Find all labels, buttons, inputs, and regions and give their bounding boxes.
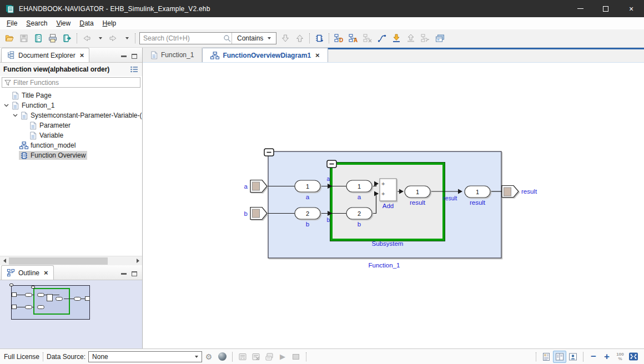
document-icon — [28, 121, 37, 130]
minimize-button[interactable] — [567, 0, 593, 17]
search-input[interactable] — [140, 34, 223, 42]
filter-input[interactable] — [13, 79, 138, 87]
zoom-out-button[interactable]: − — [587, 351, 600, 363]
horizontal-scrollbar[interactable] — [0, 256, 142, 265]
port-oval-result-inner[interactable]: 1 — [405, 186, 430, 198]
data-globe-button[interactable] — [215, 351, 229, 363]
menu-help[interactable]: Help — [98, 18, 121, 29]
search-mode-dropdown[interactable]: Contains — [232, 34, 276, 42]
handbook-button[interactable] — [31, 32, 46, 45]
close-diagram-button[interactable] — [360, 32, 375, 45]
find-previous-button[interactable] — [293, 32, 307, 45]
export-button[interactable] — [404, 32, 418, 45]
forward-button[interactable] — [106, 32, 120, 45]
import-button[interactable] — [389, 32, 404, 45]
outline-view[interactable] — [0, 280, 142, 348]
stop-button[interactable] — [289, 351, 303, 363]
calibration-view-button[interactable] — [236, 351, 249, 363]
menu-view[interactable]: View — [52, 18, 75, 29]
port-oval-a-outer[interactable]: 1 — [295, 180, 320, 192]
tree-item-parameter[interactable]: Parameter — [0, 120, 142, 130]
chevron-down-icon — [125, 37, 129, 39]
outport-result-block[interactable] — [502, 186, 519, 198]
svg-text:2: 2 — [358, 210, 361, 217]
data-source-select[interactable]: None — [88, 351, 202, 362]
collapse-subsystem-button[interactable] — [327, 160, 336, 168]
open-button[interactable] — [2, 32, 17, 45]
zoom-reset-button[interactable]: 100 % — [613, 351, 627, 363]
maximize-icon — [603, 6, 608, 12]
signal-path-button[interactable] — [375, 32, 389, 45]
single-page-view-button[interactable] — [540, 351, 553, 363]
zoom-in-button[interactable]: + — [600, 351, 613, 363]
tab-function-overview-diagram[interactable]: FunctionOverviewDiagram1 × — [202, 48, 328, 62]
port-oval-result-outer[interactable]: 1 — [465, 186, 490, 198]
back-history-dropdown[interactable] — [94, 32, 106, 45]
export-handbook-button[interactable] — [60, 32, 74, 45]
split-view-button[interactable] — [553, 351, 566, 363]
scrollbar-thumb[interactable] — [9, 257, 108, 265]
minimize-panel-icon[interactable] — [121, 55, 127, 57]
measurement-view-button[interactable] — [263, 351, 276, 363]
tab-label: Document Explorer — [18, 52, 76, 59]
view-menu-icon[interactable] — [130, 65, 139, 73]
menu-data[interactable]: Data — [75, 18, 98, 29]
function-overview-button[interactable] — [312, 32, 326, 45]
menubar: File Search View Data Help — [0, 17, 644, 29]
inport-a-block[interactable] — [250, 180, 267, 193]
scroll-right-arrow[interactable] — [133, 259, 142, 263]
play-button[interactable]: ▶ — [276, 351, 289, 363]
tree-item-function-overview[interactable]: Function Overview — [0, 150, 142, 160]
print-button[interactable] — [46, 32, 60, 45]
diagram-canvas[interactable]: a b 1 a 2 — [143, 63, 644, 348]
menu-search[interactable]: Search — [22, 18, 52, 29]
chevron-expanded-icon[interactable] — [11, 114, 19, 117]
find-next-button[interactable] — [278, 32, 293, 45]
close-button[interactable]: × — [618, 0, 644, 17]
model-navigation-button[interactable] — [418, 32, 432, 45]
save-button[interactable] — [17, 32, 31, 45]
chevron-expanded-icon[interactable] — [2, 104, 10, 107]
maximize-panel-icon[interactable] — [132, 271, 137, 276]
close-icon[interactable]: × — [80, 52, 84, 59]
new-window-button[interactable] — [432, 32, 447, 45]
inport-b-block[interactable] — [250, 208, 267, 220]
menu-file[interactable]: File — [2, 18, 22, 29]
thumbnail-subsystem-box — [33, 288, 70, 315]
tab-document-explorer[interactable]: Document Explorer × — [1, 48, 89, 62]
fit-to-screen-button[interactable] — [627, 351, 640, 363]
port-oval-b-outer[interactable]: 2 — [295, 208, 320, 219]
tree-item-systemconstant[interactable]: Systemconstant-Parameter-Variable-( — [0, 110, 142, 120]
maximize-panel-icon[interactable] — [132, 54, 137, 59]
presentation-view-button[interactable] — [566, 351, 580, 363]
separator — [232, 352, 233, 362]
close-icon[interactable]: × — [315, 52, 320, 59]
toolbar-separator — [329, 33, 329, 43]
plus-sign: + — [381, 190, 385, 197]
tree-item-variable[interactable]: Variable — [0, 130, 142, 140]
subsystem-block[interactable] — [330, 163, 445, 241]
tree-item-function-1[interactable]: Function_1 — [0, 100, 142, 110]
tree-item-function-model[interactable]: function_model — [0, 140, 142, 150]
scroll-left-arrow[interactable] — [0, 259, 9, 263]
maximize-button[interactable] — [593, 0, 618, 17]
calibration-close-button[interactable] — [249, 351, 263, 363]
open-data-diagram-button[interactable]: D — [331, 32, 346, 45]
tab-function-1[interactable]: Function_1 — [143, 48, 202, 62]
minimize-panel-icon[interactable] — [121, 273, 127, 275]
tree-item-title-page[interactable]: Title Page — [0, 90, 142, 100]
port-oval-b-inner[interactable]: 2 — [346, 208, 372, 219]
collapse-container-button[interactable] — [264, 149, 274, 156]
settings-button[interactable]: ⚙ — [202, 351, 215, 363]
close-icon[interactable]: × — [44, 269, 48, 276]
search-combo: Contains — [139, 32, 276, 44]
svg-text:1: 1 — [358, 183, 361, 190]
tree-item-label: Parameter — [39, 122, 71, 129]
port-oval-a-inner[interactable]: 1 — [346, 180, 372, 192]
add-block[interactable]: + + — [380, 179, 396, 201]
forward-history-dropdown[interactable] — [120, 32, 133, 45]
back-button[interactable] — [79, 32, 94, 45]
tab-outline[interactable]: Outline × — [1, 265, 54, 280]
chip-icon — [19, 151, 28, 160]
open-analysis-diagram-button[interactable]: A — [346, 32, 360, 45]
